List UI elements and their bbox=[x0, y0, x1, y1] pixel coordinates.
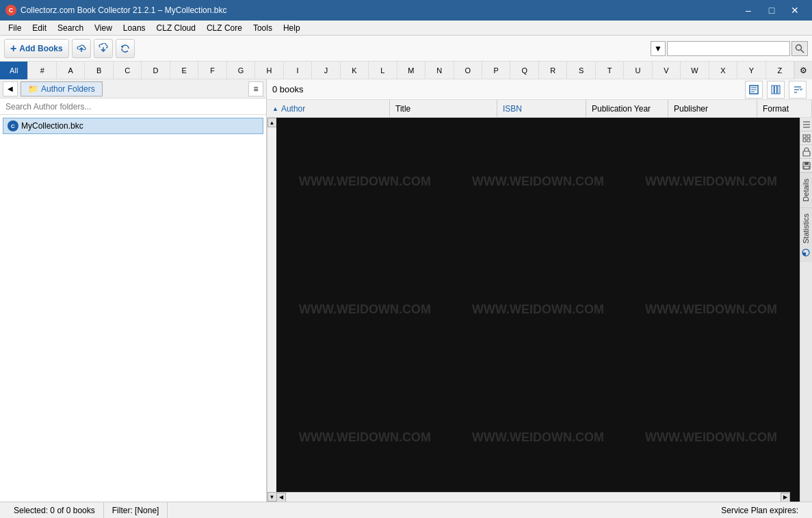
folder-tree: C MyCollection.bkc bbox=[0, 115, 266, 502]
svg-rect-19 bbox=[803, 139, 806, 142]
folder-search-input[interactable] bbox=[0, 99, 266, 114]
sort-icon bbox=[793, 85, 802, 94]
scroll-up-button[interactable]: ▲ bbox=[267, 118, 277, 127]
alpha-t[interactable]: T bbox=[596, 62, 624, 79]
alpha-n[interactable]: N bbox=[425, 62, 454, 79]
scroll-down-button[interactable]: ▼ bbox=[267, 492, 277, 502]
column-isbn[interactable]: ISBN bbox=[497, 100, 586, 117]
column-author[interactable]: ▲ Author bbox=[267, 100, 390, 117]
tree-item-mycollection[interactable]: C MyCollection.bkc bbox=[3, 118, 263, 134]
sort-button[interactable] bbox=[789, 81, 807, 99]
filter-label: Filter: [None] bbox=[112, 506, 159, 515]
alpha-b[interactable]: B bbox=[85, 62, 113, 79]
alpha-q[interactable]: Q bbox=[510, 62, 538, 79]
search-button[interactable] bbox=[791, 41, 808, 56]
save-icon bbox=[802, 161, 811, 170]
h-scroll-track[interactable] bbox=[286, 493, 781, 502]
status-selected: Selected: 0 of 0 books bbox=[5, 502, 104, 518]
selected-text: Selected: 0 of 0 books bbox=[14, 506, 95, 515]
statistics-icon bbox=[802, 248, 810, 257]
alpha-e[interactable]: E bbox=[170, 62, 198, 79]
alpha-k[interactable]: K bbox=[341, 62, 369, 79]
watermark-text-4: WWW.WEIDOWN.COM bbox=[278, 289, 451, 331]
alpha-h[interactable]: H bbox=[255, 62, 283, 79]
details-tab-label: Details bbox=[802, 179, 810, 202]
scroll-right-button[interactable]: ▶ bbox=[781, 493, 790, 502]
column-title[interactable]: Title bbox=[390, 100, 497, 117]
alpha-l[interactable]: L bbox=[369, 62, 397, 79]
alpha-p[interactable]: P bbox=[482, 62, 510, 79]
alpha-d[interactable]: D bbox=[142, 62, 170, 79]
scroll-left-button[interactable]: ◀ bbox=[276, 493, 286, 502]
alpha-c[interactable]: C bbox=[114, 62, 142, 79]
menu-loans[interactable]: Loans bbox=[118, 22, 151, 34]
grid-view-icon-button[interactable] bbox=[800, 131, 813, 145]
menu-clz-core[interactable]: CLZ Core bbox=[201, 22, 248, 34]
maximize-button[interactable]: □ bbox=[760, 0, 783, 21]
toolbar: + Add Books ▼ bbox=[0, 36, 812, 62]
alpha-all[interactable]: All bbox=[0, 62, 28, 79]
dropdown-arrow-icon: ▼ bbox=[654, 44, 662, 53]
menu-view[interactable]: View bbox=[89, 22, 118, 34]
lock-icon-button[interactable] bbox=[800, 145, 813, 159]
alpha-v[interactable]: V bbox=[653, 62, 681, 79]
watermark-text-9: WWW.WEIDOWN.COM bbox=[625, 417, 798, 458]
add-books-button[interactable]: + Add Books bbox=[4, 39, 69, 58]
column-publication-year[interactable]: Publication Year bbox=[586, 100, 668, 117]
scroll-track[interactable] bbox=[267, 127, 277, 492]
alpha-r[interactable]: R bbox=[539, 62, 567, 79]
alpha-m[interactable]: M bbox=[397, 62, 425, 79]
alpha-j[interactable]: J bbox=[312, 62, 340, 79]
statistics-tab[interactable]: Statistics bbox=[800, 207, 813, 262]
watermark-text-7: WWW.WEIDOWN.COM bbox=[278, 417, 451, 458]
menu-edit[interactable]: Edit bbox=[27, 22, 52, 34]
alpha-f[interactable]: F bbox=[198, 62, 226, 79]
alpha-s[interactable]: S bbox=[567, 62, 595, 79]
menu-tools[interactable]: Tools bbox=[248, 22, 278, 34]
horizontal-scrollbar[interactable]: ◀ ▶ bbox=[276, 492, 790, 502]
col-isbn-label: ISBN bbox=[503, 104, 522, 114]
list-view-icon-button[interactable] bbox=[800, 118, 813, 131]
column-format[interactable]: Format bbox=[757, 100, 812, 117]
alpha-g[interactable]: G bbox=[227, 62, 255, 79]
vertical-scrollbar[interactable]: ▲ ▼ bbox=[267, 118, 276, 502]
alpha-i[interactable]: I bbox=[284, 62, 312, 79]
alphabar: All # A B C D E F G H I J K L M N O P Q … bbox=[0, 62, 812, 79]
svg-rect-10 bbox=[778, 86, 780, 94]
sync-cloud-up-button[interactable] bbox=[72, 39, 91, 58]
folder-view-toggle[interactable]: ≡ bbox=[248, 81, 263, 96]
alpha-y[interactable]: Y bbox=[737, 62, 765, 79]
col-format-label: Format bbox=[763, 104, 789, 114]
folder-tab-label: Author Folders bbox=[41, 84, 95, 94]
search-icon bbox=[795, 44, 804, 53]
alpha-a[interactable]: A bbox=[57, 62, 85, 79]
menu-search[interactable]: Search bbox=[52, 22, 89, 34]
alpha-x[interactable]: X bbox=[709, 62, 737, 79]
alpha-hash[interactable]: # bbox=[28, 62, 56, 79]
search-input[interactable] bbox=[667, 41, 790, 56]
alpha-o[interactable]: O bbox=[454, 62, 482, 79]
menu-file[interactable]: File bbox=[3, 22, 27, 34]
minimize-button[interactable]: – bbox=[737, 0, 760, 21]
search-dropdown[interactable]: ▼ bbox=[651, 41, 666, 56]
edit-view-button[interactable] bbox=[745, 81, 763, 99]
column-publisher[interactable]: Publisher bbox=[668, 100, 757, 117]
sync-cloud-down-button[interactable] bbox=[94, 39, 113, 58]
save-icon-button[interactable] bbox=[800, 159, 813, 172]
close-button[interactable]: ✕ bbox=[783, 0, 807, 21]
menu-help[interactable]: Help bbox=[278, 22, 306, 34]
author-folders-tab[interactable]: 📁 Author Folders bbox=[21, 81, 103, 96]
columns-view-button[interactable] bbox=[767, 81, 785, 99]
alpha-z[interactable]: Z bbox=[766, 62, 794, 79]
refresh-button[interactable] bbox=[116, 39, 135, 58]
books-count: 0 books bbox=[272, 84, 741, 94]
alpha-u[interactable]: U bbox=[624, 62, 652, 79]
svg-rect-18 bbox=[807, 135, 810, 138]
alpha-w[interactable]: W bbox=[681, 62, 709, 79]
menu-clz-cloud[interactable]: CLZ Cloud bbox=[151, 22, 201, 34]
status-service-plan: Service Plan expires: bbox=[713, 502, 807, 518]
folder-back-button[interactable]: ◀ bbox=[3, 81, 18, 96]
statistics-tab-label: Statistics bbox=[802, 213, 810, 244]
alpha-settings-button[interactable]: ⚙ bbox=[794, 62, 812, 79]
details-tab[interactable]: Details bbox=[800, 172, 813, 207]
